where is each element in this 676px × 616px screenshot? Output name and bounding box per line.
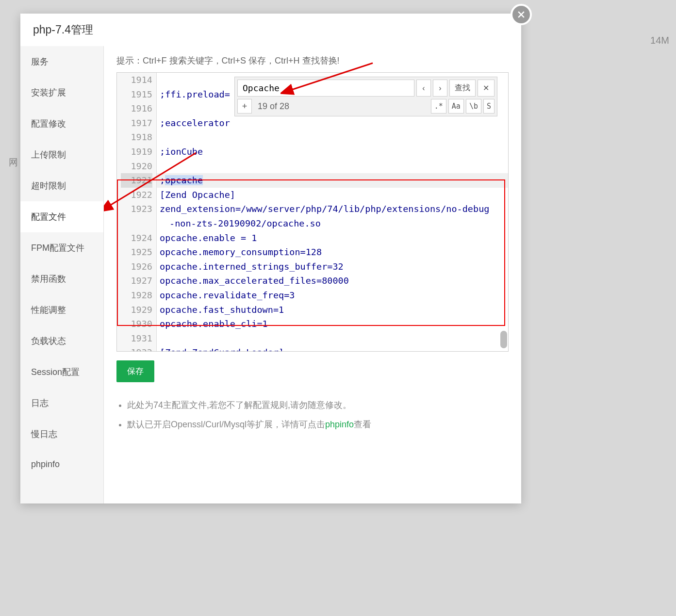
search-close-button[interactable]: ✕ xyxy=(478,80,495,97)
sidebar-item[interactable]: 超时限制 xyxy=(20,170,103,201)
line-number: 1929 xyxy=(121,303,152,317)
selection-toggle[interactable]: S xyxy=(483,99,495,113)
tip-text: 提示：Ctrl+F 搜索关键字，Ctrl+S 保存，Ctrl+H 查找替换! xyxy=(116,55,509,66)
code-line[interactable]: ;eaccelerator xyxy=(157,116,508,130)
line-number: 1925 xyxy=(121,245,152,259)
line-number: 1922 xyxy=(121,188,152,202)
modal-dialog: php-7.4管理 服务安装扩展配置修改上传限制超时限制配置文件FPM配置文件禁… xyxy=(20,14,521,503)
sidebar-item[interactable]: Session配置 xyxy=(20,357,103,388)
line-number: 1932 xyxy=(121,345,152,351)
line-number: 1923 xyxy=(121,202,152,216)
notes-list: 此处为74主配置文件,若您不了解配置规则,请勿随意修改。 默认已开启Openss… xyxy=(116,396,509,434)
sidebar: 服务安装扩展配置修改上传限制超时限制配置文件FPM配置文件禁用函数性能调整负载状… xyxy=(20,46,104,503)
line-number: 1931 xyxy=(121,331,152,346)
line-number: 1917 xyxy=(121,116,152,130)
line-number: 1920 xyxy=(121,159,152,174)
sidebar-item[interactable]: 服务 xyxy=(20,46,103,77)
line-number: 1926 xyxy=(121,259,152,274)
line-number-gutter: 1914191519161917191819191920192119221923… xyxy=(117,73,157,351)
code-line[interactable]: opcache.max_accelerated_files=80000 xyxy=(157,274,508,288)
line-number: 1927 xyxy=(121,274,152,288)
find-button[interactable]: 查找 xyxy=(449,80,476,97)
code-line-wrap[interactable]: -non-zts-20190902/opcache.so xyxy=(157,216,508,231)
search-next-button[interactable]: › xyxy=(433,80,447,97)
search-expand-button[interactable]: + xyxy=(237,99,252,113)
close-icon xyxy=(516,10,526,19)
sidebar-item[interactable]: 慢日志 xyxy=(20,419,103,450)
modal-title: php-7.4管理 xyxy=(20,14,521,46)
code-line[interactable]: [Zend ZendGuard Loader] xyxy=(157,345,508,351)
close-button[interactable] xyxy=(511,4,532,25)
line-number: 1916 xyxy=(121,101,152,116)
code-line[interactable]: zend_extension=/www/server/php/74/lib/ph… xyxy=(157,202,508,216)
code-line[interactable]: opcache.fast_shutdown=1 xyxy=(157,303,508,317)
chevron-left-icon: ‹ xyxy=(422,84,425,93)
line-number-wrap xyxy=(121,216,152,231)
sidebar-item[interactable]: 配置修改 xyxy=(20,108,103,139)
code-line[interactable]: opcache.enable_cli=1 xyxy=(157,317,508,331)
line-number: 1924 xyxy=(121,231,152,245)
sidebar-item[interactable]: 性能调整 xyxy=(20,294,103,325)
bg-partial-text: 网 xyxy=(9,156,18,169)
code-line[interactable] xyxy=(157,331,508,346)
code-line[interactable]: opcache.memory_consumption=128 xyxy=(157,245,508,259)
save-button[interactable]: 保存 xyxy=(116,360,154,382)
scrollbar-track[interactable] xyxy=(500,74,507,350)
close-icon: ✕ xyxy=(483,83,489,93)
line-number: 1915 xyxy=(121,87,152,102)
sidebar-item[interactable]: FPM配置文件 xyxy=(20,232,103,263)
note-item: 此处为74主配置文件,若您不了解配置规则,请勿随意修改。 xyxy=(127,396,509,415)
content-pane: 提示：Ctrl+F 搜索关键字，Ctrl+S 保存，Ctrl+H 查找替换! 1… xyxy=(104,46,521,503)
bg-partial-text: 14M xyxy=(650,35,669,46)
code-line[interactable]: ;ionCube xyxy=(157,145,508,159)
code-editor[interactable]: 1914191519161917191819191920192119221923… xyxy=(116,72,509,352)
sidebar-item[interactable]: phpinfo xyxy=(20,450,103,479)
sidebar-item[interactable]: 安装扩展 xyxy=(20,77,103,108)
note-item: 默认已开启Openssl/Curl/Mysql等扩展，详情可点击phpinfo查… xyxy=(127,415,509,435)
search-result-count: 19 of 28 xyxy=(254,101,429,112)
sidebar-item[interactable]: 日志 xyxy=(20,388,103,419)
code-line[interactable]: ;opcache xyxy=(157,173,508,188)
code-line[interactable] xyxy=(157,130,508,145)
code-line[interactable]: opcache.interned_strings_buffer=32 xyxy=(157,259,508,274)
line-number: 1918 xyxy=(121,130,152,145)
code-line[interactable] xyxy=(157,159,508,174)
line-number: 1930 xyxy=(121,317,152,331)
case-toggle[interactable]: Aa xyxy=(448,99,464,113)
chevron-right-icon: › xyxy=(439,84,441,93)
code-line[interactable]: [Zend Opcache] xyxy=(157,188,508,202)
sidebar-item[interactable]: 负载状态 xyxy=(20,325,103,357)
sidebar-item[interactable]: 配置文件 xyxy=(20,201,103,232)
line-number: 1914 xyxy=(121,73,152,87)
sidebar-item[interactable]: 上传限制 xyxy=(20,139,103,170)
scrollbar-thumb[interactable] xyxy=(500,331,507,348)
code-line[interactable]: opcache.enable = 1 xyxy=(157,231,508,245)
code-line[interactable]: opcache.revalidate_freq=3 xyxy=(157,288,508,303)
phpinfo-link[interactable]: phpinfo xyxy=(325,420,354,429)
regex-toggle[interactable]: .* xyxy=(431,99,446,113)
line-number: 1928 xyxy=(121,288,152,303)
modal-body: 服务安装扩展配置修改上传限制超时限制配置文件FPM配置文件禁用函数性能调整负载状… xyxy=(20,46,521,503)
line-number: 1919 xyxy=(121,145,152,159)
search-prev-button[interactable]: ‹ xyxy=(416,80,431,97)
sidebar-item[interactable]: 禁用函数 xyxy=(20,263,103,294)
search-panel: ‹ › 查找 ✕ + 19 of 28 .* Aa \b S xyxy=(234,77,497,116)
search-input[interactable] xyxy=(237,80,414,97)
line-number: 1921 xyxy=(121,173,152,188)
wholeword-toggle[interactable]: \b xyxy=(466,99,481,113)
